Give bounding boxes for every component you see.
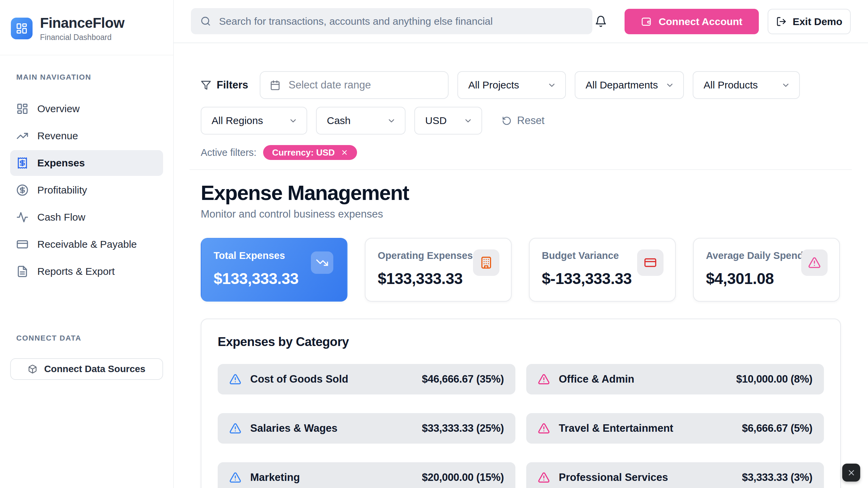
close-icon[interactable] — [341, 149, 348, 156]
search-icon — [200, 16, 211, 26]
top-bar: Connect Account Exit Demo — [174, 0, 868, 43]
circle-dollar-icon — [16, 184, 28, 196]
category-value: $20,000.00 (15%) — [422, 471, 504, 484]
connect-data-header: CONNECT DATA — [16, 334, 163, 343]
bell-icon — [595, 15, 610, 27]
chevron-down-icon — [781, 81, 790, 90]
products-select-value: All Products — [704, 79, 758, 91]
main-content: Filters Select date range All Projects A… — [174, 43, 868, 488]
projects-select[interactable]: All Projects — [457, 71, 566, 99]
trending-down-icon — [311, 251, 333, 274]
sidebar-item-label: Receivable & Payable — [37, 239, 137, 250]
app-title: FinanceFlow — [40, 15, 124, 31]
expenses-by-category-panel: Expenses by Category Cost of Goods Sold … — [201, 319, 841, 488]
category-value: $3,333.33 (3%) — [742, 471, 812, 484]
category-row-travel-entertainment[interactable]: Travel & Entertainment $6,666.67 (5%) — [526, 413, 824, 444]
category-label: Cost of Goods Sold — [250, 373, 413, 385]
alert-triangle-icon — [229, 422, 241, 434]
departments-select[interactable]: All Departments — [575, 71, 684, 99]
stat-card-total-expenses[interactable]: Total Expenses $133,333.33 — [201, 238, 348, 302]
alert-triangle-icon — [801, 249, 828, 276]
date-range-placeholder: Select date range — [289, 79, 371, 91]
alert-triangle-icon — [538, 422, 550, 434]
alert-triangle-icon — [229, 373, 241, 385]
sidebar-item-expenses[interactable]: Expenses — [10, 150, 163, 176]
reset-filters-button[interactable]: Reset — [502, 115, 545, 127]
alert-triangle-icon — [229, 471, 241, 484]
brand: FinanceFlow Financial Dashboard — [0, 0, 173, 55]
package-icon — [28, 364, 37, 374]
filters-label-group: Filters — [201, 79, 248, 91]
category-label: Travel & Entertainment — [559, 422, 733, 434]
stat-card-average-daily-spend[interactable]: Average Daily Spend $4,301.08 — [693, 238, 840, 302]
currency-select[interactable]: USD — [414, 107, 482, 135]
log-out-icon — [776, 16, 787, 27]
products-select[interactable]: All Products — [693, 71, 800, 99]
app-logo-icon — [11, 18, 33, 39]
category-label: Marketing — [250, 471, 413, 484]
calendar-icon — [270, 80, 280, 90]
trending-up-icon — [16, 130, 28, 142]
credit-card-icon — [16, 238, 28, 250]
stat-card-operating-expenses[interactable]: Operating Expenses $133,333.33 — [365, 238, 512, 302]
close-widget-button[interactable] — [842, 464, 860, 482]
category-label: Salaries & Wages — [250, 422, 413, 434]
category-value: $46,666.67 (35%) — [422, 373, 504, 385]
category-row-marketing[interactable]: Marketing $20,000.00 (15%) — [218, 462, 515, 488]
app-tagline: Financial Dashboard — [40, 33, 124, 42]
connect-account-button[interactable]: Connect Account — [625, 9, 759, 34]
chevron-down-icon — [387, 116, 396, 125]
category-value: $33,333.33 (25%) — [422, 422, 504, 434]
sidebar-item-label: Profitability — [37, 184, 87, 196]
alert-triangle-icon — [538, 373, 550, 385]
sidebar-item-label: Cash Flow — [37, 211, 85, 223]
building-icon — [473, 249, 499, 276]
wallet-icon — [641, 16, 652, 27]
stat-card-budget-variance[interactable]: Budget Variance $-133,333.33 — [529, 238, 676, 302]
date-range-input[interactable]: Select date range — [260, 71, 449, 99]
sidebar-item-profitability[interactable]: Profitability — [10, 177, 163, 203]
category-row-professional-services[interactable]: Professional Services $3,333.33 (3%) — [526, 462, 824, 488]
exit-demo-button[interactable]: Exit Demo — [768, 9, 851, 34]
sidebar: FinanceFlow Financial Dashboard MAIN NAV… — [0, 0, 174, 488]
chevron-down-icon — [547, 81, 556, 90]
exit-demo-label: Exit Demo — [793, 16, 843, 27]
regions-select-value: All Regions — [212, 115, 263, 126]
page-subtitle: Monitor and control business expenses — [201, 208, 841, 220]
file-text-icon — [16, 265, 28, 278]
chevron-down-icon — [463, 116, 473, 125]
layout-dashboard-icon — [16, 103, 28, 115]
credit-card-icon — [637, 249, 664, 276]
sidebar-item-label: Expenses — [37, 157, 85, 169]
section-divider — [190, 169, 852, 170]
sidebar-item-label: Overview — [37, 103, 80, 115]
sidebar-item-revenue[interactable]: Revenue — [10, 123, 163, 149]
stat-cards: Total Expenses $133,333.33 Operating Exp… — [201, 238, 841, 302]
search-input[interactable] — [219, 16, 583, 27]
connect-data-sources-button[interactable]: Connect Data Sources — [10, 358, 163, 380]
chevron-down-icon — [289, 116, 298, 125]
regions-select[interactable]: All Regions — [201, 107, 307, 135]
category-label: Office & Admin — [559, 373, 727, 385]
page-title: Expense Management — [201, 181, 841, 205]
active-filters-row: Active filters: Currency: USD — [201, 145, 841, 160]
sidebar-item-receivable-payable[interactable]: Receivable & Payable — [10, 231, 163, 257]
active-filter-chip-currency[interactable]: Currency: USD — [263, 145, 357, 160]
reset-label: Reset — [517, 115, 545, 127]
main-navigation: MAIN NAVIGATION Overview Revenue Expense… — [0, 55, 173, 284]
activity-icon — [16, 211, 28, 223]
sidebar-item-cash-flow[interactable]: Cash Flow — [10, 204, 163, 230]
connect-data-section: CONNECT DATA Connect Data Sources — [10, 334, 163, 380]
category-row-salaries-wages[interactable]: Salaries & Wages $33,333.33 (25%) — [218, 413, 515, 444]
sidebar-item-reports-export[interactable]: Reports & Export — [10, 259, 163, 284]
nav-section-header: MAIN NAVIGATION — [16, 73, 163, 82]
receipt-icon — [16, 157, 28, 169]
global-search[interactable] — [191, 8, 592, 34]
category-row-cost-of-goods-sold[interactable]: Cost of Goods Sold $46,666.67 (35%) — [218, 364, 515, 394]
connect-data-sources-label: Connect Data Sources — [44, 364, 145, 374]
payment-method-select[interactable]: Cash — [316, 107, 406, 135]
category-row-office-admin[interactable]: Office & Admin $10,000.00 (8%) — [526, 364, 824, 394]
sidebar-item-overview[interactable]: Overview — [10, 96, 163, 122]
currency-select-value: USD — [425, 115, 447, 126]
notifications-button[interactable] — [595, 14, 610, 29]
